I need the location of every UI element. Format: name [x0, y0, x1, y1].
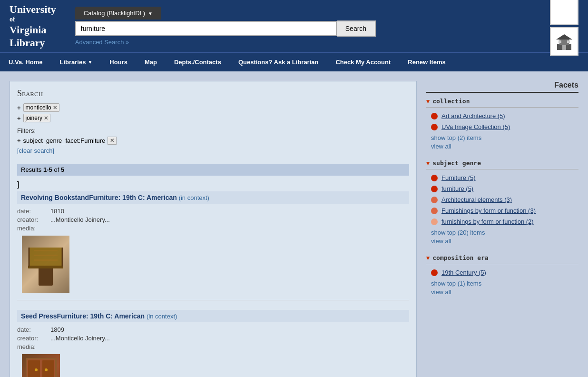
plus-icon-filter: +: [17, 137, 21, 144]
header-right: [550, 0, 578, 56]
filter-value: subject_genre_facet:Furniture: [23, 137, 106, 144]
remove-filter-furniture[interactable]: ✕: [108, 137, 117, 145]
view-all-era[interactable]: view all: [431, 288, 578, 296]
results-count: 5: [61, 166, 64, 173]
svg-marker-2: [556, 34, 572, 40]
svg-rect-5: [567, 40, 570, 43]
svg-rect-8: [28, 266, 63, 268]
facet-dot-uva: [431, 124, 438, 130]
result-meta-creator-1: creator: ...Monticello Joinery...: [17, 216, 409, 223]
facet-label-furnishings-cap[interactable]: Furnishings by form or function (3): [441, 207, 536, 214]
nav-item-home[interactable]: U.Va. Home: [0, 53, 51, 71]
facet-item-19thc: 19th Century (5): [431, 269, 578, 276]
nav-item-depts[interactable]: Depts./Contacts: [166, 53, 230, 71]
svg-rect-13: [34, 259, 58, 261]
catalog-tab[interactable]: Catalog (BlacklightDL): [75, 7, 161, 20]
search-area: Catalog (BlacklightDL) Search Advanced S…: [75, 7, 540, 46]
tag-joinery: joinery ✕: [23, 114, 50, 122]
tag-row-2: + joinery ✕: [17, 114, 409, 122]
result-link-1[interactable]: Revolving BookstandFurniture: 19th C: Am…: [21, 194, 209, 201]
facet-item-furniture-cap: Furniture (5): [431, 174, 578, 181]
results-bar: Results 1-5 of 5: [17, 164, 409, 176]
facet-label-furniture-cap[interactable]: Furniture (5): [441, 174, 476, 181]
logo: University of Virginia Library: [10, 3, 56, 49]
facet-dot-furnishings-cap: [431, 208, 438, 214]
plus-icon-2: +: [17, 115, 21, 122]
right-panel: Facets ▼ collection Art and Architecture…: [426, 81, 578, 377]
remove-tag-monticello[interactable]: ✕: [53, 105, 57, 111]
search-box-row: Search: [75, 20, 540, 37]
facet-label-furnishings-low[interactable]: furnishings by form or function (2): [441, 218, 534, 225]
header-icon-building: [550, 27, 578, 56]
nav-item-renew[interactable]: Renew Items: [399, 53, 454, 71]
facet-dot-furniture-cap: [431, 175, 438, 181]
plus-icon-1: +: [17, 104, 21, 111]
search-input[interactable]: [75, 21, 337, 36]
facet-section-era: ▼ composition era 19th Century (5) show …: [426, 254, 578, 296]
facet-item-furnishings-low: furnishings by form or function (2): [431, 218, 578, 225]
svg-rect-6: [39, 267, 53, 286]
search-button[interactable]: Search: [337, 20, 376, 37]
nav-bar: U.Va. Home Libraries▼ Hours Map Depts./C…: [0, 52, 588, 71]
facet-label-art[interactable]: Art and Architecture (5): [441, 112, 505, 119]
show-top-subject[interactable]: show top (20) items: [431, 229, 578, 236]
in-context-2[interactable]: (in context): [147, 313, 177, 320]
facet-section-subject: ▼ subject genre Furniture (5) furniture …: [426, 159, 578, 245]
facet-dot-furnishings-low: [431, 218, 438, 225]
logo-line4: Library: [10, 37, 56, 49]
facet-arrow-collection: ▼: [426, 98, 430, 105]
facet-dot-19thc: [431, 269, 438, 276]
nav-item-ask[interactable]: Questions? Ask a Librarian: [230, 53, 327, 71]
cabinet-svg: [23, 356, 59, 377]
result-meta-media-1: media:: [17, 225, 409, 232]
nav-item-hours[interactable]: Hours: [101, 53, 136, 71]
result-meta-date-1: date: 1810: [17, 208, 409, 215]
facet-section-collection: ▼ collection Art and Architecture (5) UV…: [426, 98, 578, 150]
facet-title-era: ▼ composition era: [426, 254, 578, 264]
remove-tag-joinery[interactable]: ✕: [44, 115, 48, 121]
svg-rect-12: [34, 255, 58, 256]
result-image-1[interactable]: [22, 236, 69, 293]
result-meta-creator-2: creator: ...Monticello Joinery...: [17, 335, 409, 342]
search-section-title: Search: [17, 89, 409, 99]
left-panel: Search + monticello ✕ + joinery ✕ Filter…: [10, 81, 417, 377]
header: University of Virginia Library Catalog (…: [0, 0, 588, 52]
nav-item-account[interactable]: Check My Account: [327, 53, 399, 71]
facet-label-uva[interactable]: UVa Image Collection (5): [441, 123, 510, 130]
tag-monticello: monticello ✕: [23, 103, 59, 112]
clear-search-link[interactable]: [clear search]: [17, 147, 54, 154]
nav-item-libraries[interactable]: Libraries▼: [51, 53, 101, 71]
result-link-2[interactable]: Seed PressFurniture: 19th C: American (i…: [21, 312, 177, 320]
facets-header: Facets: [426, 81, 578, 93]
chevron-down-icon: ▼: [88, 60, 92, 65]
svg-point-21: [45, 368, 48, 371]
main-content: Search + monticello ✕ + joinery ✕ Filter…: [0, 71, 588, 377]
filter-tag-furniture: + subject_genre_facet:Furniture ✕: [17, 137, 409, 145]
svg-rect-4: [559, 40, 561, 43]
show-top-collection[interactable]: show top (2) items: [431, 134, 578, 141]
facet-title-subject: ▼ subject genre: [426, 159, 578, 169]
view-all-collection[interactable]: view all: [431, 143, 578, 150]
logo-line2: of: [10, 16, 56, 24]
facet-label-19thc[interactable]: 19th Century (5): [441, 269, 486, 276]
logo-line1: University: [10, 3, 56, 16]
facet-arrow-era: ▼: [426, 255, 430, 261]
advanced-search-link[interactable]: Advanced Search »: [75, 39, 129, 46]
nav-item-map[interactable]: Map: [136, 53, 166, 71]
show-top-era[interactable]: show top (1) items: [431, 280, 578, 287]
result-item-2: Seed PressFurniture: 19th C: American (i…: [17, 310, 409, 377]
facet-item-uva: UVa Image Collection (5): [431, 123, 578, 130]
view-all-subject[interactable]: view all: [431, 238, 578, 245]
result-image-2[interactable]: [22, 354, 60, 377]
in-context-1[interactable]: (in context): [179, 194, 209, 201]
facet-dot-arch: [431, 197, 438, 203]
result-meta-date-2: date: 1809: [17, 326, 409, 333]
svg-point-20: [35, 368, 38, 371]
facet-label-arch[interactable]: Architectural elements (3): [441, 196, 512, 203]
facet-actions-era: show top (1) items view all: [431, 280, 578, 296]
result-item-1: Revolving BookstandFurniture: 19th C: Am…: [17, 191, 409, 300]
facet-label-furniture-low[interactable]: furniture (5): [441, 185, 473, 192]
facet-item-arch-elements: Architectural elements (3): [431, 196, 578, 203]
filters-label: Filters:: [17, 127, 409, 134]
svg-rect-16: [28, 360, 40, 377]
